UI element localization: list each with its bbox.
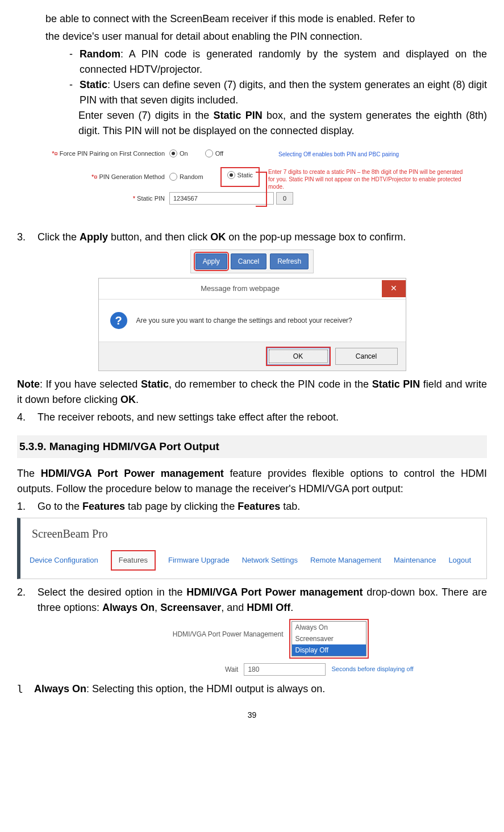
note-paragraph: Note: If you have selected Static, do re… [17,377,487,407]
port-step-1-text: Go to the Features tab page by clicking … [38,499,487,514]
pin-gen-label: *¤ PIN Generation Method [17,172,169,182]
port-step-2-num: 2. [17,585,38,615]
bullet-random-body: Random: A PIN code is generated randomly… [80,47,487,77]
bullet-dash: - [63,47,80,77]
msgbox-title: Message from webpage [99,278,382,299]
wait-note: Seconds before displaying off [331,664,413,674]
radio-off[interactable]: Off [205,149,223,159]
dropdown-option-always-on[interactable]: Always On [292,622,366,633]
random-text: : A PIN code is generated randomly by th… [80,48,487,75]
tabs-figure: ScreenBeam Pro Device Configuration Feat… [17,518,487,579]
bullet-static-body: Static: Users can define seven (7) digit… [80,77,487,108]
step-3-text: Click the Apply button, and then click O… [38,230,487,245]
port-power-dropdown[interactable]: Always On Screensaver Display Off [289,619,369,659]
static-text-2a: Enter seven (7) digits in the [78,110,214,121]
bullet-glyph: l [17,681,34,697]
cancel-button[interactable]: Cancel [231,253,266,269]
section-heading: 5.3.9. Managing HDMI/VGA Port Output [17,435,487,459]
port-step-2: 2. Select the desired option in the HDMI… [17,585,487,615]
msgbox-text: Are you sure you want to change the sett… [136,315,352,326]
brand-title: ScreenBeam Pro [32,525,477,542]
step-3-num: 3. [17,230,38,245]
msg-cancel-button[interactable]: Cancel [335,348,398,365]
bullet-random: - Random: A PIN code is generated random… [63,47,487,77]
intro-line-1: be able to connect with the ScreenBeam r… [45,11,487,27]
static-pin-box-label: Static PIN [214,110,263,121]
eighth-digit-box: 0 [276,192,293,205]
radio-dot-icon [205,149,213,157]
red-hint-text: Enter 7 digits to create a static PIN – … [268,168,467,190]
port-step-1: 1. Go to the Features tab page by clicki… [17,499,487,514]
static-label: Static [80,79,107,90]
wait-label: Wait [90,664,238,675]
red-bracket-icon [256,172,267,207]
question-icon: ? [110,312,127,329]
pin-settings-figure: *¤ Force PIN Pairing on First Connection… [17,143,487,223]
tab-firmware[interactable]: Firmware Upgrade [168,555,230,566]
static-text-1: : Users can define seven (7) digits, and… [80,79,487,106]
radio-dot-icon [227,171,235,179]
dropdown-option-display-off[interactable]: Display Off [292,644,366,656]
tab-device-config[interactable]: Device Configuration [30,555,98,566]
refresh-button[interactable]: Refresh [270,253,309,269]
tab-maintenance[interactable]: Maintenance [394,555,436,566]
bullet-static: - Static: Users can define seven (7) dig… [63,77,487,108]
tab-features[interactable]: Features [111,550,156,571]
port-power-figure: HDMI/VGA Port Power Management Always On… [17,619,487,676]
button-bar-figure: Apply Cancel Refresh [17,249,487,273]
tab-remote[interactable]: Remote Management [310,555,381,566]
force-pin-label: *¤ Force PIN Pairing on First Connection [17,149,169,159]
radio-dot-icon [169,149,177,157]
step-4-text: The receiver reboots, and new settings t… [38,410,487,425]
message-box-figure: Message from webpage ✕ ? Are you sure yo… [17,278,487,371]
step-3: 3. Click the Apply button, and then clic… [17,230,487,245]
close-icon[interactable]: ✕ [382,280,406,297]
radio-static[interactable]: Static [227,170,253,180]
dropdown-option-screensaver[interactable]: Screensaver [292,633,366,644]
random-label: Random [80,48,120,60]
step-4: 4. The receiver reboots, and new setting… [17,410,487,425]
tab-network[interactable]: Network Settings [242,555,298,566]
port-step-2-text: Select the desired option in the HDMI/VG… [38,585,487,615]
page-number: 39 [17,709,487,721]
ok-button[interactable]: OK [267,348,330,365]
radio-dot-icon [169,173,177,181]
always-on-bullet: l Always On: Selecting this option, the … [17,681,487,697]
radio-on[interactable]: On [169,149,188,159]
step-4-num: 4. [17,410,38,425]
wait-input[interactable]: 180 [244,663,326,676]
blue-hint-1: Selecting Off enables both PIN and PBC p… [278,150,399,159]
radio-random[interactable]: Random [169,172,203,182]
always-on-text: Always On: Selecting this option, the HD… [34,681,325,697]
port-power-label: HDMI/VGA Port Power Management [136,619,284,639]
static-pin-label: * Static PIN [17,194,169,203]
static-highlight-box: Static [220,167,260,187]
apply-button[interactable]: Apply [195,253,227,269]
section-intro: The HDMI/VGA Port Power management featu… [17,466,487,497]
intro-line-2: the device's user manual for detail abou… [45,29,487,44]
static-text-2: Enter seven (7) digits in the Static PIN… [78,108,487,139]
tab-logout[interactable]: Logout [448,555,471,566]
port-step-1-num: 1. [17,499,38,514]
bullet-dash-2: - [63,77,80,108]
